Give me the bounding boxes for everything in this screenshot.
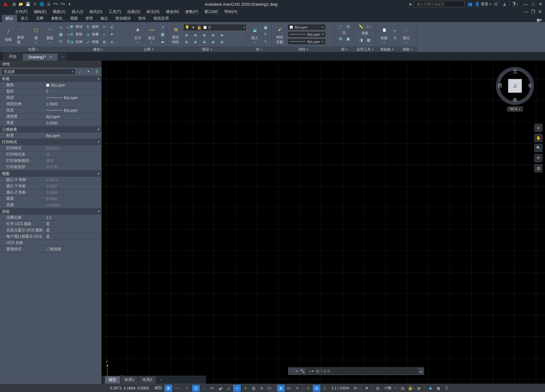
- cat-other[interactable]: 其他▾: [0, 208, 101, 215]
- hardware-accel-icon[interactable]: ◉: [427, 385, 434, 392]
- panel-view-title[interactable]: 视图▾: [398, 46, 417, 52]
- new-tab-button[interactable]: ＋: [58, 53, 67, 61]
- polyline-button[interactable]: ⟋多段线: [16, 24, 28, 45]
- spline-icon[interactable]: ∿: [58, 24, 64, 31]
- create-block-icon[interactable]: ▣: [262, 24, 269, 31]
- cmdline-close-icon[interactable]: ✕: [294, 369, 299, 373]
- tab-view[interactable]: 视图: [66, 15, 82, 22]
- layer-match-icon[interactable]: ⬙: [219, 32, 225, 38]
- layer-combo[interactable]: 💡 ☀ 🔓 0 ▾: [183, 24, 246, 31]
- prop-ltscale[interactable]: 1.0000: [44, 101, 101, 107]
- group-icon[interactable]: ⬚: [337, 23, 344, 30]
- clean-screen-icon[interactable]: ▣: [435, 385, 442, 392]
- menu-dim[interactable]: 标注(N): [144, 9, 162, 15]
- edit-block-icon[interactable]: ✎: [262, 31, 269, 38]
- customize-icon[interactable]: ☰: [443, 385, 451, 392]
- paste-button[interactable]: 📋粘贴▾: [378, 24, 391, 45]
- cmdline-grip-icon[interactable]: ⋮⋮: [288, 369, 294, 373]
- maximize-icon[interactable]: □: [530, 1, 536, 7]
- tab-insert[interactable]: 插入: [17, 15, 32, 22]
- prop-as[interactable]: 1:1: [44, 215, 101, 221]
- snap-mode-icon[interactable]: ⋯▾: [173, 385, 180, 392]
- prop-thick[interactable]: 0.0000: [44, 120, 101, 126]
- grid-display-icon[interactable]: ⊞: [165, 385, 172, 392]
- prop-ucsn[interactable]: [44, 240, 101, 246]
- mdi-minimize-icon[interactable]: —: [523, 9, 529, 15]
- isolate-objects-icon[interactable]: ◑▾: [415, 385, 423, 392]
- minimize-icon[interactable]: —: [522, 1, 529, 7]
- workspace-icon[interactable]: ⚙▾: [352, 385, 360, 392]
- dynamic-input-icon[interactable]: ⊡: [192, 385, 200, 392]
- selection-filter-icon[interactable]: ⧉▾: [285, 385, 293, 392]
- menu-param[interactable]: 参数(P): [183, 9, 201, 15]
- layer-off-icon[interactable]: ⬙: [183, 32, 190, 38]
- panel-block-title[interactable]: 块▾: [246, 46, 271, 52]
- new-icon[interactable]: ▥: [11, 1, 17, 7]
- prop-oucs[interactable]: 是: [44, 221, 101, 227]
- layout-1[interactable]: 布局1: [121, 376, 138, 383]
- zoom-extents-icon[interactable]: 🔍: [534, 144, 542, 152]
- prop-color[interactable]: ByLayer: [44, 82, 101, 88]
- copy-button[interactable]: ⎘复制: [68, 32, 83, 37]
- text-button[interactable]: A文字▾: [131, 24, 144, 45]
- command-line[interactable]: ⋮⋮ ✕ 🔧 ▭▾键入命令 ▴: [288, 367, 424, 375]
- panel-modify-title[interactable]: 修改▾: [66, 46, 129, 52]
- menu-window[interactable]: 窗口(W): [202, 9, 221, 15]
- infocenter-search[interactable]: [414, 1, 465, 7]
- hatch-icon[interactable]: ▦: [58, 31, 64, 38]
- ortho-icon[interactable]: ∟: [200, 385, 208, 392]
- lock-ui-icon[interactable]: 🔒▾: [407, 385, 415, 392]
- cmdline-customize-icon[interactable]: 🔧: [299, 369, 306, 373]
- arc-button[interactable]: ◠圆弧▾: [44, 24, 56, 45]
- redo-icon[interactable]: ↷▾: [59, 1, 66, 7]
- prop-ltype[interactable]: ByLayer: [44, 95, 101, 101]
- qcalc-icon[interactable]: ▦: [366, 37, 372, 43]
- move-button[interactable]: ✥移动: [68, 24, 83, 30]
- command-input[interactable]: ▭▾键入命令: [306, 368, 418, 374]
- cmdline-history-icon[interactable]: ▴: [418, 369, 424, 373]
- infer-constraints-icon[interactable]: ⊢: [184, 385, 191, 392]
- mirror-button[interactable]: ⧖镜像: [85, 32, 100, 37]
- prop-sucs[interactable]: 是: [44, 227, 101, 233]
- tab-close-icon[interactable]: ✕: [49, 55, 52, 59]
- menu-format[interactable]: 格式(O): [87, 9, 105, 15]
- cat-pstyle[interactable]: 打印样式▾: [0, 139, 101, 145]
- plot-icon[interactable]: 🖨: [45, 1, 52, 7]
- explode-icon[interactable]: ✦: [109, 31, 115, 38]
- menu-tools[interactable]: 工具(T): [106, 9, 124, 15]
- quick-select-icon[interactable]: ⚲: [93, 68, 100, 75]
- layer-freeze-icon[interactable]: ⬙: [201, 32, 207, 38]
- copy-clip-icon[interactable]: ⎘: [392, 35, 398, 41]
- app-logo[interactable]: [1, 1, 9, 8]
- erase-icon[interactable]: ∠: [109, 24, 115, 30]
- annotation-scale[interactable]: 1:1 / 100%: [329, 386, 351, 390]
- gizmo-icon[interactable]: ✦: [294, 385, 301, 392]
- layout-add-button[interactable]: ＋: [156, 376, 165, 383]
- fillet-icon[interactable]: ⌐: [101, 31, 107, 38]
- osnap-2d-icon[interactable]: ▫▾: [233, 385, 241, 392]
- tab-featured[interactable]: 精选应用: [150, 15, 173, 22]
- cut-icon[interactable]: ✂: [392, 28, 398, 34]
- tab-start[interactable]: 开始: [3, 52, 22, 61]
- panel-props-title[interactable]: 特性▾: [272, 46, 335, 52]
- annotation-monitor-icon[interactable]: ✚: [363, 385, 371, 392]
- steering-wheel-icon[interactable]: ◎: [534, 124, 542, 132]
- menu-help[interactable]: 帮助(H): [222, 9, 240, 15]
- group-sel-icon[interactable]: ▣: [345, 36, 351, 42]
- rotate-button[interactable]: ↻旋转: [85, 24, 100, 30]
- annotation-scale-icon[interactable]: 人: [321, 385, 329, 392]
- leader-icon[interactable]: ↗: [159, 24, 166, 31]
- line-button[interactable]: ╱直线: [2, 26, 15, 43]
- ungroup-icon[interactable]: ⊟: [345, 23, 351, 30]
- matchprop-button[interactable]: 🖌特性 匹配: [274, 24, 286, 45]
- panel-util-title[interactable]: 实用工具▾: [354, 46, 376, 52]
- layer-unlock-icon[interactable]: ⬙: [210, 39, 216, 45]
- layer-uniso-icon[interactable]: ⬙: [192, 39, 198, 45]
- units-label[interactable]: 小数: [382, 385, 394, 391]
- pickadd-icon[interactable]: ⬚: [77, 68, 84, 75]
- isoplane-icon[interactable]: ◢▾: [217, 385, 224, 392]
- point-icon[interactable]: ⊙: [58, 38, 64, 45]
- color-combo[interactable]: ByLayer▾: [288, 24, 326, 30]
- menu-modify[interactable]: 修改(M): [163, 9, 182, 15]
- save-icon[interactable]: 💾: [25, 1, 31, 7]
